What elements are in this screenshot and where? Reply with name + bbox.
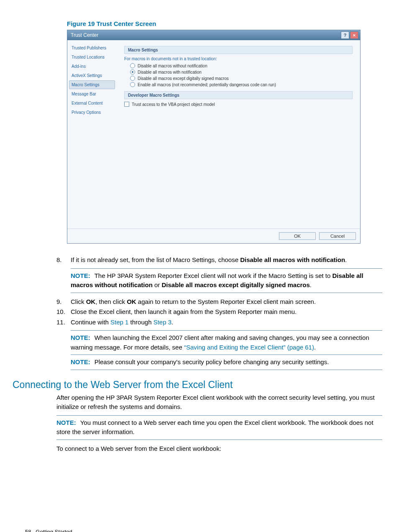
radio-icon — [130, 63, 135, 68]
paragraph: After opening the HP 3PAR System Reporte… — [56, 393, 382, 412]
macro-group-label: For macros in documents not in a trusted… — [124, 57, 353, 61]
dev-macro-heading: Developer Macro Settings — [124, 91, 353, 99]
step-text: . — [345, 256, 347, 263]
sidebar-activex-settings[interactable]: ActiveX Settings — [69, 71, 115, 80]
sidebar-privacy-options[interactable]: Privacy Options — [69, 108, 115, 117]
step-11: 11. Continue with Step 1 through Step 3. — [56, 318, 382, 327]
section-heading: Connecting to the Web Server from the Ex… — [13, 379, 386, 391]
note-text: . — [310, 281, 312, 288]
note-security-policy: NOTE:Please consult your company's secur… — [71, 355, 382, 370]
step-number: 9. — [56, 297, 71, 307]
opt-label: Enable all macros (not recommended; pote… — [138, 82, 276, 87]
note-text: or — [153, 281, 162, 288]
sidebar-message-bar[interactable]: Message Bar — [69, 90, 115, 98]
note-text: You must connect to a Web server each ti… — [56, 419, 373, 436]
opt-disable-no-notif[interactable]: Disable all macros without notification — [124, 63, 353, 68]
step-number: 8. — [56, 255, 71, 265]
sidebar-trusted-publishers[interactable]: Trusted Publishers — [69, 44, 115, 52]
ok-button[interactable]: OK — [279, 232, 316, 240]
note-text: The HP 3PAR System Reporter Excel client… — [95, 272, 332, 279]
page-number: 58 — [25, 529, 31, 532]
note-text: Please consult your company's security p… — [95, 358, 329, 365]
link-saving-exiting[interactable]: “Saving and Exiting the Excel Client” (p… — [184, 344, 314, 351]
sidebar-trusted-locations[interactable]: Trusted Locations — [69, 53, 115, 62]
step-9: 9. Click OK, then click OK again to retu… — [56, 297, 382, 307]
step-text: Continue with — [71, 319, 110, 326]
dialog-titlebar: Trust Center ? × — [67, 30, 360, 40]
opt-label: Disable all macros without notification — [138, 64, 207, 68]
step-text: through — [128, 319, 153, 326]
note-label: NOTE: — [71, 272, 90, 279]
dialog-sidebar: Trusted Publishers Trusted Locations Add… — [67, 40, 117, 229]
dialog-content: Macro Settings For macros in documents n… — [117, 40, 360, 229]
macro-settings-heading: Macro Settings — [124, 46, 353, 54]
note-connect-server: NOTE:You must connect to a Web server ea… — [56, 415, 382, 440]
footer-section: Getting Started — [36, 529, 72, 532]
paragraph: To connect to a Web server from the Exce… — [56, 444, 382, 454]
note-label: NOTE: — [71, 334, 90, 341]
note-label: NOTE: — [56, 419, 76, 426]
sidebar-macro-settings[interactable]: Macro Settings — [69, 80, 115, 89]
note-bold: Disable all macros except digitally sign… — [162, 281, 310, 288]
opt-disable-except-signed[interactable]: Disable all macros except digitally sign… — [124, 76, 353, 81]
step-8: 8. If it is not already set, from the li… — [56, 255, 382, 265]
sidebar-external-content[interactable]: External Content — [69, 99, 115, 108]
step-10: 10. Close the Excel client, then launch … — [56, 307, 382, 317]
step-bold: Disable all macros with notification — [240, 256, 345, 263]
step-number: 11. — [56, 318, 71, 327]
figure-caption: Figure 19 Trust Center Screen — [67, 20, 386, 27]
dialog-title: Trust Center — [71, 32, 98, 38]
opt-enable-all[interactable]: Enable all macros (not recommended; pote… — [124, 82, 353, 87]
opt-label: Disable all macros except digitally sign… — [138, 76, 229, 81]
note-launch-warning: NOTE:When launching the Excel 2007 clien… — [71, 330, 382, 355]
step-text: Click — [71, 298, 86, 305]
note-macro-setting: NOTE:The HP 3PAR System Reporter Excel c… — [71, 268, 382, 293]
radio-icon — [130, 76, 135, 81]
radio-icon — [130, 69, 135, 75]
trust-center-dialog: Trust Center ? × Trusted Publishers Trus… — [67, 30, 361, 244]
step-number: 10. — [56, 307, 71, 317]
step-text: . — [171, 319, 173, 326]
step-text: again to return to the System Reporter E… — [136, 298, 316, 305]
step-text: , then click — [95, 298, 127, 305]
opt-disable-with-notif[interactable]: Disable all macros with notification — [124, 69, 353, 75]
close-icon[interactable]: × — [350, 31, 358, 39]
step-bold: OK — [86, 298, 96, 305]
link-step1[interactable]: Step 1 — [110, 319, 128, 326]
note-label: NOTE: — [71, 358, 90, 365]
step-text: If it is not already set, from the list … — [71, 256, 240, 263]
dialog-footer: OK Cancel — [67, 229, 360, 243]
link-step3[interactable]: Step 3 — [153, 319, 171, 326]
opt-trust-vba[interactable]: Trust access to the VBA project object m… — [124, 102, 353, 107]
step-text: Close the Excel client, then launch it a… — [71, 307, 382, 317]
opt-label: Trust access to the VBA project object m… — [132, 102, 215, 107]
radio-icon — [130, 82, 135, 87]
cancel-button[interactable]: Cancel — [319, 232, 356, 240]
opt-label: Disable all macros with notification — [138, 70, 202, 75]
checkbox-icon — [124, 102, 129, 107]
help-icon[interactable]: ? — [341, 31, 349, 39]
step-bold: OK — [127, 298, 136, 305]
sidebar-add-ins[interactable]: Add-ins — [69, 62, 115, 71]
note-text: . — [314, 344, 316, 351]
page-footer: 58 Getting Started — [13, 529, 386, 532]
